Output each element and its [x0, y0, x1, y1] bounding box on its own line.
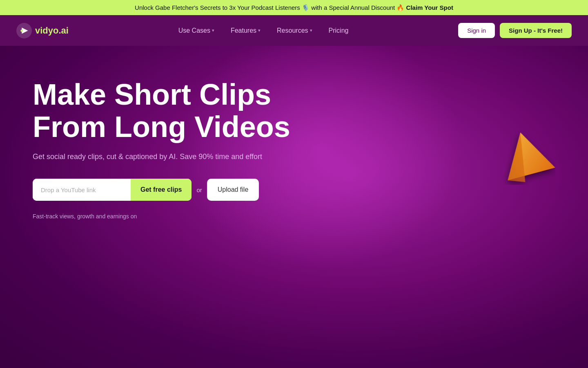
navbar: vidyo.ai Use Cases ▾ Features ▾ Resource… — [0, 15, 588, 46]
logo-icon — [16, 23, 32, 38]
claim-your-spot-link[interactable]: Claim Your Spot — [406, 4, 453, 11]
input-button-group: Get free clips — [33, 179, 192, 201]
triangle-icon — [498, 128, 555, 185]
nav-use-cases[interactable]: Use Cases ▾ — [172, 24, 221, 38]
hero-subtitle: Get social ready clips, cut & captioned … — [33, 151, 318, 162]
get-free-clips-button[interactable]: Get free clips — [131, 179, 192, 201]
nav-resources[interactable]: Resources ▾ — [270, 24, 318, 38]
youtube-link-input[interactable] — [33, 179, 131, 201]
or-separator: or — [196, 186, 202, 193]
hero-title: Make Short Clips From Long Videos — [33, 79, 318, 143]
hero-section: Make Short Clips From Long Videos Get so… — [0, 46, 588, 368]
top-banner: Unlock Gabe Fletcher's Secrets to 3x You… — [0, 0, 588, 15]
chevron-down-icon: ▾ — [212, 28, 214, 33]
chevron-down-icon: ▾ — [310, 28, 312, 33]
hero-content: Make Short Clips From Long Videos Get so… — [33, 79, 318, 220]
sign-up-button[interactable]: Sign Up - It's Free! — [500, 23, 572, 38]
banner-text: Unlock Gabe Fletcher's Secrets to 3x You… — [135, 4, 406, 11]
nav-pricing[interactable]: Pricing — [322, 24, 355, 38]
logo-text: vidyo.ai — [35, 25, 69, 36]
hero-input-row: Get free clips or Upload file — [33, 179, 318, 201]
svg-point-2 — [20, 29, 23, 32]
nav-actions: Sign in Sign Up - It's Free! — [458, 23, 572, 38]
sign-in-button[interactable]: Sign in — [458, 23, 495, 38]
upload-file-button[interactable]: Upload file — [207, 179, 259, 201]
svg-marker-3 — [498, 128, 555, 180]
chevron-down-icon: ▾ — [258, 28, 261, 33]
nav-links: Use Cases ▾ Features ▾ Resources ▾ Prici… — [172, 24, 355, 38]
nav-features[interactable]: Features ▾ — [224, 24, 267, 38]
triangle-decoration — [498, 128, 547, 177]
fast-track-text: Fast-track views, growth and earnings on — [33, 213, 318, 220]
logo[interactable]: vidyo.ai — [16, 23, 69, 38]
